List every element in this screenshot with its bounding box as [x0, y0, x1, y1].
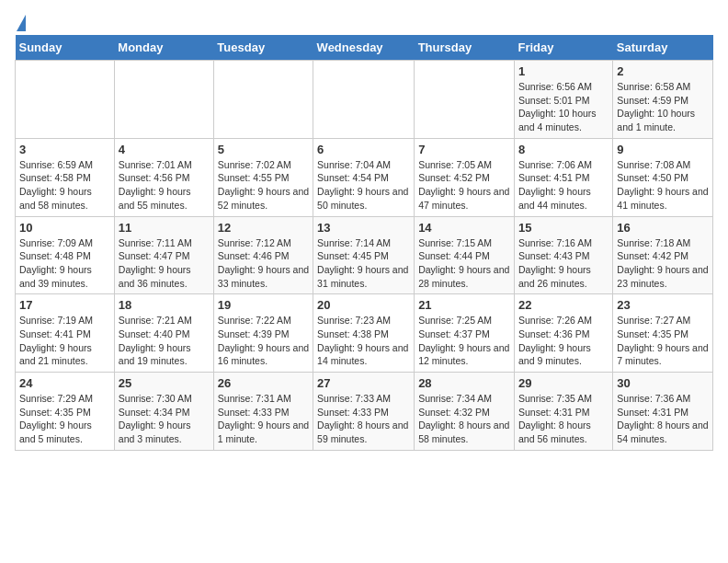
cell-info: Sunrise: 7:18 AM Sunset: 4:42 PM Dayligh…	[617, 236, 709, 291]
cell-info: Sunrise: 7:21 AM Sunset: 4:40 PM Dayligh…	[119, 314, 210, 368]
col-header-monday: Monday	[114, 35, 213, 61]
calendar-cell: 20Sunrise: 7:23 AM Sunset: 4:38 PM Dayli…	[313, 294, 415, 373]
cell-info: Sunrise: 7:34 AM Sunset: 4:32 PM Dayligh…	[418, 392, 510, 446]
cell-date: 13	[317, 221, 410, 235]
calendar-cell: 8Sunrise: 7:06 AM Sunset: 4:51 PM Daylig…	[514, 138, 612, 216]
cell-date: 21	[418, 298, 510, 312]
col-header-saturday: Saturday	[613, 35, 713, 61]
calendar-cell: 2Sunrise: 6:58 AM Sunset: 4:59 PM Daylig…	[613, 61, 713, 139]
cell-info: Sunrise: 7:19 AM Sunset: 4:41 PM Dayligh…	[19, 314, 110, 368]
cell-info: Sunrise: 7:30 AM Sunset: 4:34 PM Dayligh…	[119, 392, 210, 446]
calendar-cell: 21Sunrise: 7:25 AM Sunset: 4:37 PM Dayli…	[415, 294, 515, 373]
col-header-sunday: Sunday	[16, 35, 115, 61]
cell-info: Sunrise: 7:22 AM Sunset: 4:39 PM Dayligh…	[218, 314, 309, 368]
calendar-cell: 24Sunrise: 7:29 AM Sunset: 4:35 PM Dayli…	[16, 373, 115, 451]
cell-date: 27	[317, 376, 410, 390]
cell-date: 23	[617, 298, 709, 312]
cell-date: 19	[218, 298, 309, 312]
calendar-cell: 15Sunrise: 7:16 AM Sunset: 4:43 PM Dayli…	[514, 216, 612, 294]
calendar-cell: 16Sunrise: 7:18 AM Sunset: 4:42 PM Dayli…	[613, 216, 713, 294]
cell-info: Sunrise: 7:26 AM Sunset: 4:36 PM Dayligh…	[518, 314, 609, 368]
week-row-2: 3Sunrise: 6:59 AM Sunset: 4:58 PM Daylig…	[16, 138, 713, 216]
calendar-cell: 27Sunrise: 7:33 AM Sunset: 4:33 PM Dayli…	[313, 373, 415, 451]
cell-date: 26	[218, 376, 309, 390]
cell-date: 24	[19, 376, 110, 390]
cell-info: Sunrise: 7:01 AM Sunset: 4:56 PM Dayligh…	[119, 158, 210, 213]
calendar-cell: 13Sunrise: 7:14 AM Sunset: 4:45 PM Dayli…	[313, 216, 415, 294]
cell-date: 18	[119, 298, 210, 312]
cell-date: 9	[617, 143, 709, 156]
calendar-cell	[313, 61, 415, 139]
calendar-cell: 10Sunrise: 7:09 AM Sunset: 4:48 PM Dayli…	[16, 216, 115, 294]
calendar-cell: 12Sunrise: 7:12 AM Sunset: 4:46 PM Dayli…	[213, 216, 313, 294]
week-row-1: 1Sunrise: 6:56 AM Sunset: 5:01 PM Daylig…	[16, 61, 713, 139]
week-row-5: 24Sunrise: 7:29 AM Sunset: 4:35 PM Dayli…	[16, 373, 713, 451]
cell-info: Sunrise: 7:11 AM Sunset: 4:47 PM Dayligh…	[119, 236, 210, 291]
cell-info: Sunrise: 7:23 AM Sunset: 4:38 PM Dayligh…	[317, 314, 410, 368]
cell-info: Sunrise: 7:33 AM Sunset: 4:33 PM Dayligh…	[317, 392, 410, 446]
cell-info: Sunrise: 7:25 AM Sunset: 4:37 PM Dayligh…	[418, 314, 510, 368]
cell-date: 4	[119, 143, 210, 156]
calendar-cell: 19Sunrise: 7:22 AM Sunset: 4:39 PM Dayli…	[213, 294, 313, 373]
calendar-cell: 6Sunrise: 7:04 AM Sunset: 4:54 PM Daylig…	[313, 138, 415, 216]
calendar-cell: 17Sunrise: 7:19 AM Sunset: 4:41 PM Dayli…	[16, 294, 115, 373]
cell-info: Sunrise: 6:59 AM Sunset: 4:58 PM Dayligh…	[19, 158, 110, 213]
cell-date: 22	[518, 298, 609, 312]
calendar-cell: 14Sunrise: 7:15 AM Sunset: 4:44 PM Dayli…	[415, 216, 515, 294]
cell-info: Sunrise: 7:27 AM Sunset: 4:35 PM Dayligh…	[617, 314, 709, 368]
cell-date: 3	[19, 143, 110, 156]
cell-date: 2	[617, 64, 709, 78]
logo	[15, 15, 26, 28]
calendar-table: SundayMondayTuesdayWednesdayThursdayFrid…	[15, 35, 713, 451]
col-header-friday: Friday	[514, 35, 612, 61]
calendar-cell: 18Sunrise: 7:21 AM Sunset: 4:40 PM Dayli…	[114, 294, 213, 373]
cell-date: 29	[518, 376, 609, 390]
cell-date: 17	[19, 298, 110, 312]
col-header-wednesday: Wednesday	[313, 35, 415, 61]
cell-info: Sunrise: 7:15 AM Sunset: 4:44 PM Dayligh…	[418, 236, 510, 291]
cell-date: 12	[218, 221, 309, 235]
calendar-cell: 9Sunrise: 7:08 AM Sunset: 4:50 PM Daylig…	[613, 138, 713, 216]
cell-info: Sunrise: 6:56 AM Sunset: 5:01 PM Dayligh…	[518, 80, 609, 134]
cell-date: 7	[418, 143, 510, 156]
cell-info: Sunrise: 7:36 AM Sunset: 4:31 PM Dayligh…	[617, 392, 709, 446]
cell-info: Sunrise: 7:35 AM Sunset: 4:31 PM Dayligh…	[518, 392, 609, 446]
calendar-cell: 23Sunrise: 7:27 AM Sunset: 4:35 PM Dayli…	[613, 294, 713, 373]
calendar-cell: 29Sunrise: 7:35 AM Sunset: 4:31 PM Dayli…	[514, 373, 612, 451]
calendar-cell: 4Sunrise: 7:01 AM Sunset: 4:56 PM Daylig…	[114, 138, 213, 216]
calendar-cell: 30Sunrise: 7:36 AM Sunset: 4:31 PM Dayli…	[613, 373, 713, 451]
week-row-4: 17Sunrise: 7:19 AM Sunset: 4:41 PM Dayli…	[16, 294, 713, 373]
cell-date: 10	[19, 221, 110, 235]
cell-date: 5	[218, 143, 309, 156]
calendar-cell: 25Sunrise: 7:30 AM Sunset: 4:34 PM Dayli…	[114, 373, 213, 451]
cell-date: 16	[617, 221, 709, 235]
cell-date: 8	[518, 143, 609, 156]
col-header-tuesday: Tuesday	[213, 35, 313, 61]
cell-info: Sunrise: 6:58 AM Sunset: 4:59 PM Dayligh…	[617, 80, 709, 134]
cell-date: 28	[418, 376, 510, 390]
calendar-cell: 28Sunrise: 7:34 AM Sunset: 4:32 PM Dayli…	[415, 373, 515, 451]
cell-info: Sunrise: 7:08 AM Sunset: 4:50 PM Dayligh…	[617, 158, 709, 213]
calendar-cell: 22Sunrise: 7:26 AM Sunset: 4:36 PM Dayli…	[514, 294, 612, 373]
cell-info: Sunrise: 7:09 AM Sunset: 4:48 PM Dayligh…	[19, 236, 110, 291]
cell-date: 25	[119, 376, 210, 390]
cell-info: Sunrise: 7:12 AM Sunset: 4:46 PM Dayligh…	[218, 236, 309, 291]
calendar-cell	[415, 61, 515, 139]
calendar-cell: 1Sunrise: 6:56 AM Sunset: 5:01 PM Daylig…	[514, 61, 612, 139]
cell-info: Sunrise: 7:05 AM Sunset: 4:52 PM Dayligh…	[418, 158, 510, 213]
cell-info: Sunrise: 7:06 AM Sunset: 4:51 PM Dayligh…	[518, 158, 609, 213]
cell-info: Sunrise: 7:04 AM Sunset: 4:54 PM Dayligh…	[317, 158, 410, 213]
cell-date: 6	[317, 143, 410, 156]
cell-date: 14	[418, 221, 510, 235]
col-header-thursday: Thursday	[415, 35, 515, 61]
logo-triangle-icon	[17, 15, 26, 31]
page-header	[15, 15, 713, 28]
week-row-3: 10Sunrise: 7:09 AM Sunset: 4:48 PM Dayli…	[16, 216, 713, 294]
calendar-cell	[16, 61, 115, 139]
cell-info: Sunrise: 7:02 AM Sunset: 4:55 PM Dayligh…	[218, 158, 309, 213]
calendar-cell: 26Sunrise: 7:31 AM Sunset: 4:33 PM Dayli…	[213, 373, 313, 451]
cell-info: Sunrise: 7:31 AM Sunset: 4:33 PM Dayligh…	[218, 392, 309, 446]
cell-info: Sunrise: 7:29 AM Sunset: 4:35 PM Dayligh…	[19, 392, 110, 446]
cell-date: 15	[518, 221, 609, 235]
cell-date: 20	[317, 298, 410, 312]
